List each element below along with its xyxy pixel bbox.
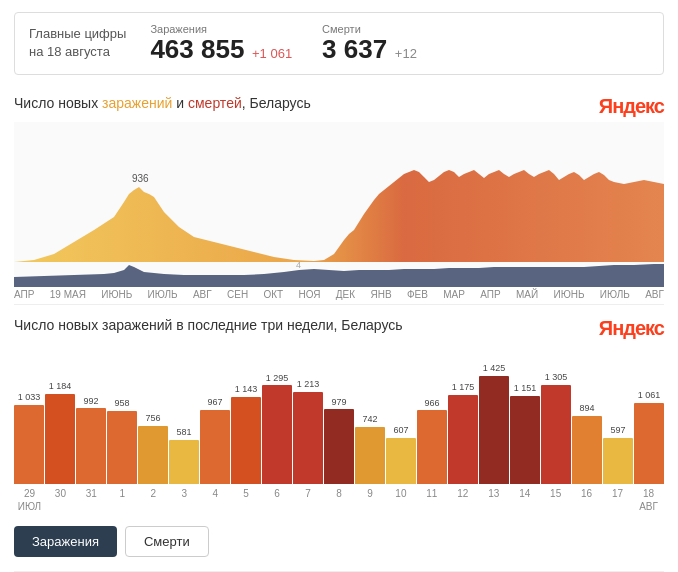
- yandex-logo-2: Яндекс: [599, 317, 664, 340]
- bar-value-label: 958: [114, 389, 129, 409]
- infections-delta: +1 061: [252, 46, 292, 61]
- bar: [200, 410, 230, 483]
- bar: [293, 392, 323, 484]
- month-label: АВГ: [633, 501, 664, 512]
- bar: [262, 385, 292, 483]
- bar-item: 1 175: [448, 354, 478, 484]
- deaths-button[interactable]: Смерти: [125, 526, 209, 557]
- month-label: [354, 501, 385, 512]
- bar-item: 1 213: [293, 354, 323, 484]
- bar: [355, 427, 385, 483]
- infections-button[interactable]: Заражения: [14, 526, 117, 557]
- bar-value-label: 1 175: [452, 373, 475, 393]
- bar-value-label: 979: [331, 387, 346, 407]
- bar-date-label: 11: [416, 488, 447, 499]
- bar-value-label: 1 184: [49, 372, 72, 392]
- month-label: [262, 501, 293, 512]
- bar: [386, 438, 416, 484]
- bar: [231, 397, 261, 484]
- bar-value-label: 607: [393, 416, 408, 436]
- bar: [448, 395, 478, 484]
- bar-item: 894: [572, 354, 602, 484]
- month-label: [45, 501, 76, 512]
- bar: [138, 426, 168, 483]
- deaths-stat: Смерти 3 637 +12: [322, 23, 417, 64]
- bar-item: 742: [355, 354, 385, 484]
- bar-date-label: 8: [324, 488, 355, 499]
- chart1-axis: АПР 19 МАЯ ИЮНЬ ИЮЛЬ АВГ СЕН ОКТ НОЯ ДЕК…: [0, 287, 678, 300]
- svg-text:4: 4: [296, 260, 301, 270]
- bar-item: 992: [76, 354, 106, 484]
- bar-item: 1 033: [14, 354, 44, 484]
- month-label: [169, 501, 200, 512]
- bar-item: 979: [324, 354, 354, 484]
- bar-date-label: 7: [293, 488, 324, 499]
- bar-value-label: 966: [424, 388, 439, 408]
- month-label: [447, 501, 478, 512]
- bar-item: 1 184: [45, 354, 75, 484]
- deaths-delta: +12: [395, 46, 417, 61]
- bar-value-label: 1 305: [545, 363, 568, 383]
- bar-date-label: 3: [169, 488, 200, 499]
- stats-title: Главные цифры на 18 августа: [29, 25, 126, 61]
- month-label: [416, 501, 447, 512]
- bar-axis-labels: 293031123456789101112131415161718: [14, 484, 664, 499]
- bar-date-label: 6: [262, 488, 293, 499]
- month-label: [602, 501, 633, 512]
- bar: [324, 409, 354, 483]
- infections-value: 463 855: [150, 34, 244, 64]
- chart2-title: Число новых заражений в последние три не…: [14, 317, 403, 333]
- main-chart: 936 4: [14, 122, 664, 287]
- bar: [603, 438, 633, 483]
- bar-item: 1 143: [231, 354, 261, 484]
- bar-value-label: 894: [579, 394, 594, 414]
- chart2-header: Число новых заражений в последние три не…: [0, 309, 678, 344]
- bar-item: 1 295: [262, 354, 292, 484]
- bar-value-label: 992: [83, 386, 98, 406]
- bar-value-label: 581: [176, 418, 191, 438]
- bar: [76, 408, 106, 483]
- bar-item: 1 305: [541, 354, 571, 484]
- bar: [417, 410, 447, 483]
- bar-item: 958: [107, 354, 137, 484]
- bar-value-label: 1 143: [235, 375, 258, 395]
- month-label: [293, 501, 324, 512]
- bar-item: 1 151: [510, 354, 540, 484]
- month-labels: ИЮЛАВГ: [14, 499, 664, 512]
- bar-date-label: 10: [385, 488, 416, 499]
- month-label: [200, 501, 231, 512]
- month-label: [76, 501, 107, 512]
- chart1-header: Число новых заражений и смертей, Беларус…: [0, 87, 678, 122]
- bar-date-label: 4: [200, 488, 231, 499]
- bar-value-label: 597: [610, 416, 625, 436]
- bar: [14, 405, 44, 483]
- bar-value-label: 1 061: [638, 381, 661, 401]
- chart1-title: Число новых заражений и смертей, Беларус…: [14, 95, 311, 111]
- bar-date-label: 9: [354, 488, 385, 499]
- month-label: [107, 501, 138, 512]
- bar-value-label: 1 295: [266, 363, 289, 383]
- stats-box: Главные цифры на 18 августа Заражения 46…: [14, 12, 664, 75]
- bar-date-label: 15: [540, 488, 571, 499]
- bar: [541, 385, 571, 484]
- bar-date-label: 30: [45, 488, 76, 499]
- bar-item: 1 061: [634, 354, 664, 484]
- bar-date-label: 5: [231, 488, 262, 499]
- buttons-row: Заражения Смерти: [0, 512, 678, 567]
- bar-date-label: 13: [478, 488, 509, 499]
- month-label: [138, 501, 169, 512]
- bar-date-label: 12: [447, 488, 478, 499]
- bar-item: 581: [169, 354, 199, 484]
- bar: [510, 396, 540, 483]
- month-label: [231, 501, 262, 512]
- month-label: [509, 501, 540, 512]
- month-label: ИЮЛ: [14, 501, 45, 512]
- bar-item: 967: [200, 354, 230, 484]
- bar-value-label: 1 425: [483, 354, 506, 374]
- yandex-logo-1: Яндекс: [599, 95, 664, 118]
- bar-value-label: 1 033: [18, 383, 41, 403]
- bar-date-label: 14: [509, 488, 540, 499]
- bar-chart-section: 1 0331 1849929587565819671 1431 2951 213…: [14, 354, 664, 512]
- svg-text:936: 936: [132, 173, 149, 184]
- bar: [479, 376, 509, 484]
